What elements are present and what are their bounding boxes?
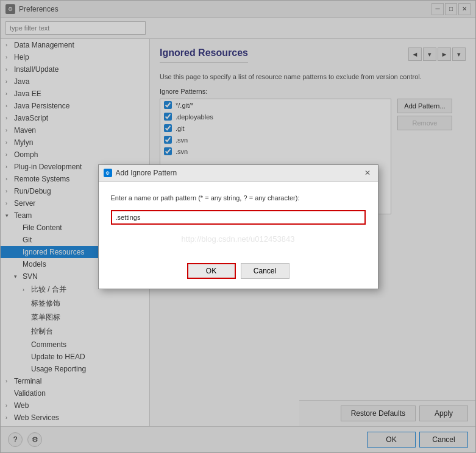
- modal-overlay: ⚙ Add Ignore Pattern ✕ Enter a name or p…: [1, 1, 475, 452]
- modal-title-icon-symbol: ⚙: [105, 170, 110, 176]
- modal-watermark: http://blog.csdn.net/u012453843: [111, 234, 366, 244]
- modal-body: Enter a name or path pattern (* = any st…: [99, 182, 378, 258]
- modal-icon: ⚙: [104, 169, 112, 177]
- modal-input[interactable]: [111, 210, 366, 225]
- preferences-window: ⚙ Preferences ─ □ ✕ › Data Management ›: [0, 0, 476, 453]
- modal-title-bar: ⚙ Add Ignore Pattern ✕: [99, 165, 378, 182]
- modal-cancel-button[interactable]: Cancel: [241, 263, 290, 279]
- modal-title: Add Ignore Pattern: [116, 169, 362, 177]
- add-ignore-pattern-dialog: ⚙ Add Ignore Pattern ✕ Enter a name or p…: [98, 164, 378, 289]
- modal-close-button[interactable]: ✕: [362, 167, 373, 178]
- modal-footer: OK Cancel: [99, 258, 378, 289]
- modal-description: Enter a name or path pattern (* = any st…: [111, 194, 366, 202]
- modal-ok-button[interactable]: OK: [187, 263, 236, 279]
